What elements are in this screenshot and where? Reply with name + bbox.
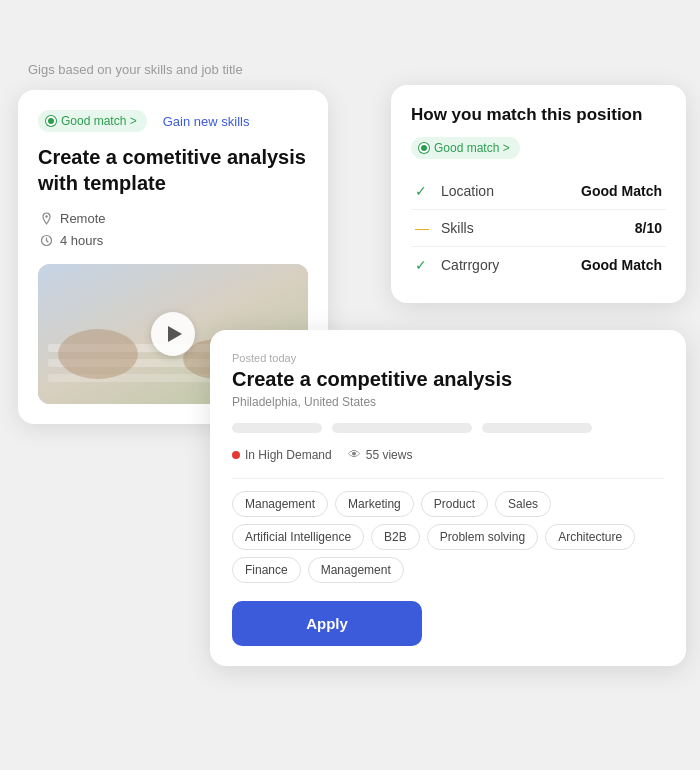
tag-b2b[interactable]: B2B [371,524,420,550]
duration-text: 4 hours [60,233,103,248]
how-match-badge-label: Good match > [434,141,510,155]
tag-product[interactable]: Product [421,491,488,517]
card-match-meta: Remote 4 hours [38,210,308,248]
how-match-card: How you match this position Good match >… [391,85,686,303]
category-value: Good Match [535,247,666,284]
job-detail-card: Posted today Create a competitive analys… [210,330,686,666]
skills-label: Skills [437,210,535,247]
tag-management2[interactable]: Management [308,557,404,583]
match-criteria-table: ✓ Location Good Match — Skills 8/10 ✓ Ca… [411,173,666,283]
meta-location: Remote [38,210,308,226]
how-match-badge[interactable]: Good match > [411,137,520,159]
clock-icon [38,232,54,248]
location-icon [38,210,54,226]
tags-section: Management Marketing Product Sales Artif… [232,491,664,583]
location-text: Remote [60,211,106,226]
check-category-icon: ✓ [411,247,437,284]
check-location-icon: ✓ [411,173,437,210]
good-match-dot-icon [46,116,56,126]
card-match-header: Good match > Gain new skills [38,110,308,132]
job-stats: In High Demand 👁 55 views [232,447,664,462]
tag-ai[interactable]: Artificial Intelligence [232,524,364,550]
tag-problem-solving[interactable]: Problem solving [427,524,538,550]
category-label: Catrrgory [437,247,535,284]
job-location: Philadelphia, United States [232,395,664,409]
tag-management[interactable]: Management [232,491,328,517]
table-row: ✓ Location Good Match [411,173,666,210]
posted-label: Posted today [232,352,664,364]
good-match-badge[interactable]: Good match > [38,110,147,132]
how-match-dot-icon [419,143,429,153]
views-text: 55 views [366,448,413,462]
check-skills-icon: — [411,210,437,247]
how-match-title: How you match this position [411,105,666,125]
play-triangle-icon [168,326,182,342]
svg-point-0 [45,215,47,217]
views-stat: 👁 55 views [348,447,413,462]
high-demand-stat: In High Demand [232,448,332,462]
job-title: Create a competitive analysis [232,368,664,391]
high-demand-icon [232,451,240,459]
gain-new-skills-link[interactable]: Gain new skills [163,114,250,129]
skeleton-bar [332,423,472,433]
location-value: Good Match [535,173,666,210]
apply-button[interactable]: Apply [232,601,422,646]
good-match-label: Good match > [61,114,137,128]
tag-finance[interactable]: Finance [232,557,301,583]
table-row: ✓ Catrrgory Good Match [411,247,666,284]
page-subtitle: Gigs based on your skills and job title [28,62,243,77]
skeleton-bar [232,423,322,433]
skeleton-bars [232,423,664,433]
svg-point-6 [58,329,138,379]
skills-value: 8/10 [535,210,666,247]
table-row: — Skills 8/10 [411,210,666,247]
play-button[interactable] [151,312,195,356]
location-label: Location [437,173,535,210]
meta-duration: 4 hours [38,232,308,248]
tag-sales[interactable]: Sales [495,491,551,517]
high-demand-text: In High Demand [245,448,332,462]
tag-architecture[interactable]: Architecture [545,524,635,550]
skeleton-bar [482,423,592,433]
tag-marketing[interactable]: Marketing [335,491,414,517]
eye-icon: 👁 [348,447,361,462]
card-match-title: Create a cometitive analysis with templa… [38,144,308,196]
divider [232,478,664,479]
